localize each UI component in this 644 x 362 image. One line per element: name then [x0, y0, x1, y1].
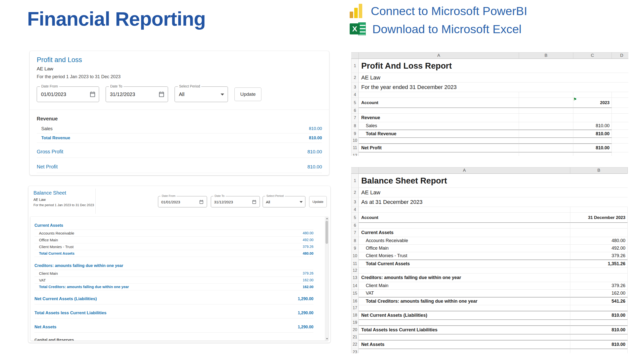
date-to-field[interactable]: Date To 31/12/2023 [106, 86, 168, 102]
select-period-field[interactable]: Select Period All [263, 196, 305, 207]
row-number[interactable]: 14 [351, 282, 359, 290]
row-number[interactable]: 12 [351, 152, 359, 156]
row-number[interactable]: 10 [351, 138, 359, 144]
calendar-icon[interactable] [158, 91, 165, 98]
row-number[interactable]: 11 [351, 260, 359, 268]
cell-A8[interactable]: Accounts Receivable [359, 237, 570, 245]
cell-A20[interactable]: Total Assets less Current Liabilities [359, 326, 570, 334]
row-number[interactable]: 7 [351, 114, 359, 122]
cell-A22[interactable]: Net Assets [359, 340, 570, 349]
cell-A1[interactable]: Balance Sheet Report [359, 174, 628, 188]
cell-B9[interactable] [519, 130, 573, 138]
column-header-D[interactable]: D [612, 53, 628, 59]
cell-A2[interactable]: AE Law [359, 188, 628, 197]
column-header-A[interactable]: A [359, 167, 570, 174]
cell-B18[interactable]: 810.00 [570, 311, 628, 320]
cell-B8[interactable]: 480.00 [570, 237, 628, 245]
cell-B14[interactable]: 379.26 [570, 282, 628, 290]
cell-A10[interactable]: Client Monies - Trust [359, 252, 570, 260]
cell-D6[interactable] [612, 108, 628, 114]
cell-D12[interactable] [612, 152, 628, 156]
row-number[interactable]: 2 [351, 73, 359, 82]
column-header-B[interactable]: B [570, 167, 628, 174]
row-number[interactable]: 15 [351, 290, 359, 297]
row-number[interactable]: 19 [351, 320, 359, 326]
cell-A5[interactable]: Account [359, 98, 519, 108]
cell-C9[interactable]: 810.00 [573, 130, 612, 138]
date-to-field[interactable]: Date To 31/12/2023 [211, 196, 260, 207]
calendar-icon[interactable] [252, 199, 257, 204]
cell-B7[interactable] [519, 114, 573, 122]
column-header-A[interactable]: A [359, 53, 519, 59]
cell-B12[interactable] [519, 152, 573, 156]
cell-C8[interactable]: 810.00 [573, 122, 612, 130]
row-number[interactable]: 9 [351, 130, 359, 138]
cell-B11[interactable] [519, 144, 573, 152]
calendar-icon[interactable] [89, 91, 96, 98]
cell-A12[interactable] [359, 268, 570, 274]
row-number[interactable]: 9 [351, 245, 359, 252]
cell-A6[interactable] [359, 223, 570, 229]
cell-B21[interactable] [570, 334, 628, 340]
row-number[interactable]: 17 [351, 305, 359, 311]
cell-D9[interactable] [612, 130, 628, 138]
cell-A8[interactable]: Sales [359, 122, 519, 130]
cell-B4[interactable] [570, 207, 628, 213]
date-from-field[interactable]: Date From 01/01/2023 [158, 196, 207, 207]
cell-B7[interactable] [570, 229, 628, 237]
column-header-B[interactable]: B [519, 53, 573, 59]
select-all-corner-cell[interactable] [351, 53, 359, 59]
cell-B11[interactable]: 1,351.26 [570, 260, 628, 268]
cell-A5[interactable]: Account [359, 213, 570, 223]
cell-B5[interactable] [519, 98, 573, 108]
row-number[interactable]: 8 [351, 237, 359, 245]
row-number[interactable]: 5 [351, 98, 359, 108]
cell-B5[interactable]: 31 December 2023 [570, 213, 628, 223]
cell-B4[interactable] [519, 92, 573, 98]
row-number[interactable]: 3 [351, 82, 359, 92]
cell-C5[interactable]: 2023 [573, 98, 612, 108]
cell-B20[interactable]: 810.00 [570, 326, 628, 334]
row-number[interactable]: 4 [351, 92, 359, 98]
cell-B9[interactable]: 492.00 [570, 245, 628, 252]
cell-D5[interactable] [612, 98, 628, 108]
row-number[interactable]: 18 [351, 311, 359, 320]
cell-A4[interactable] [359, 207, 570, 213]
row-number[interactable]: 13 [351, 274, 359, 282]
cell-A16[interactable]: Total Creditors: amounts falling due wit… [359, 297, 570, 305]
column-header-C[interactable]: C [573, 53, 612, 59]
row-number[interactable]: 4 [351, 207, 359, 213]
row-number[interactable]: 12 [351, 268, 359, 274]
cell-A9[interactable]: Total Revenue [359, 130, 519, 138]
row-number[interactable]: 23 [351, 349, 359, 353]
cell-C4[interactable] [573, 92, 612, 98]
row-number[interactable]: 5 [351, 213, 359, 223]
cell-A17[interactable] [359, 305, 570, 311]
row-number[interactable]: 20 [351, 326, 359, 334]
cell-A19[interactable] [359, 320, 570, 326]
cell-B13[interactable] [570, 274, 628, 282]
cell-B6[interactable] [570, 223, 628, 229]
cell-B16[interactable]: 541.26 [570, 297, 628, 305]
row-number[interactable]: 16 [351, 297, 359, 305]
cell-A21[interactable] [359, 334, 570, 340]
cell-B17[interactable] [570, 305, 628, 311]
update-button[interactable]: Update [309, 196, 327, 207]
cell-B10[interactable]: 379.26 [570, 252, 628, 260]
cell-C7[interactable] [573, 114, 612, 122]
powerbi-link[interactable]: Connect to Microsoft PowerBI [350, 4, 527, 18]
row-number[interactable]: 8 [351, 122, 359, 130]
row-number[interactable]: 10 [351, 252, 359, 260]
cell-B15[interactable]: 162.00 [570, 290, 628, 297]
cell-B12[interactable] [570, 268, 628, 274]
date-from-field[interactable]: Date From 01/01/2023 [37, 86, 99, 102]
cell-D10[interactable] [612, 138, 628, 144]
cell-A23[interactable] [359, 349, 570, 353]
cell-B6[interactable] [519, 108, 573, 114]
select-period-field[interactable]: Select Period All [175, 86, 228, 102]
cell-A4[interactable] [359, 92, 519, 98]
cell-D11[interactable] [612, 144, 628, 152]
cell-D4[interactable] [612, 92, 628, 98]
row-number[interactable]: 3 [351, 197, 359, 207]
calendar-icon[interactable] [199, 199, 204, 204]
